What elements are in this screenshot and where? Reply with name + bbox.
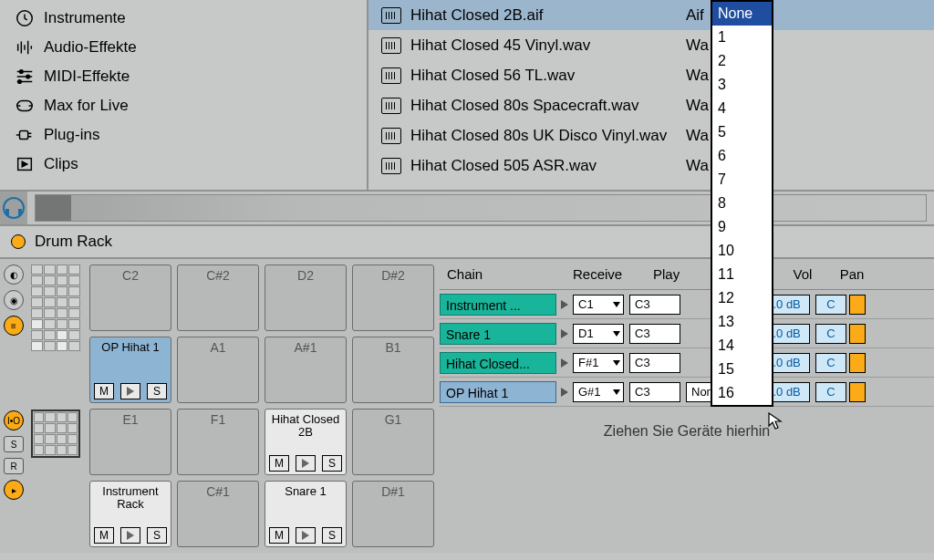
chain-expand-icon[interactable] bbox=[556, 358, 573, 368]
io-button[interactable]: I•O bbox=[4, 410, 24, 430]
choke-option[interactable]: 2 bbox=[712, 49, 772, 73]
pad-mute[interactable]: M bbox=[94, 527, 114, 544]
chain-button[interactable]: ≡ bbox=[4, 316, 24, 336]
pad-op-hihat-1[interactable]: OP Hihat 1 MS bbox=[89, 337, 171, 403]
pad-solo[interactable]: S bbox=[147, 383, 167, 399]
receive-select[interactable]: F#1 bbox=[573, 353, 624, 373]
pad-mute[interactable]: M bbox=[94, 383, 114, 399]
choke-option[interactable]: 6 bbox=[712, 144, 772, 168]
chain-name[interactable]: OP Hihat 1 bbox=[440, 381, 556, 403]
choke-option[interactable]: 14 bbox=[712, 334, 772, 358]
file-row[interactable]: Hihat Closed 505 ASR.wav Wa bbox=[368, 150, 934, 181]
pad-solo[interactable]: S bbox=[322, 455, 342, 472]
category-midi-effekte[interactable]: MIDI-Effekte bbox=[0, 62, 367, 91]
pad-as1[interactable]: A#1 bbox=[265, 337, 347, 403]
chain-speaker-icon[interactable] bbox=[849, 324, 866, 344]
pad-solo[interactable]: S bbox=[322, 527, 342, 544]
pad-snare-1[interactable]: Snare 1 MS bbox=[265, 481, 347, 547]
pad-play[interactable] bbox=[120, 383, 140, 399]
waveform-display[interactable] bbox=[35, 194, 927, 222]
choke-option[interactable]: 11 bbox=[712, 263, 772, 286]
category-audio-effekte[interactable]: Audio-Effekte bbox=[0, 33, 367, 62]
auto-button[interactable]: ▸ bbox=[4, 480, 24, 500]
pad-f1[interactable]: F1 bbox=[177, 409, 259, 475]
file-row[interactable]: Hihat Closed 80s Spacecraft.wav Wa bbox=[368, 90, 934, 120]
chain-speaker-icon[interactable] bbox=[849, 382, 866, 402]
choke-option[interactable]: None bbox=[712, 2, 772, 26]
choke-option[interactable]: 4 bbox=[712, 97, 772, 120]
category-clips[interactable]: Clips bbox=[0, 150, 367, 179]
chain-name[interactable]: Snare 1 bbox=[440, 323, 556, 345]
file-row[interactable]: Hihat Closed 45 Vinyl.wav Wa bbox=[368, 30, 934, 60]
pad-ds2[interactable]: D#2 bbox=[352, 264, 434, 331]
pad-e1[interactable]: E1 bbox=[89, 409, 171, 475]
pad-play[interactable] bbox=[296, 455, 316, 472]
choke-option[interactable]: 13 bbox=[712, 310, 772, 334]
chain-pan[interactable]: C bbox=[815, 353, 846, 373]
choke-option[interactable]: 1 bbox=[712, 26, 772, 49]
pad-c2[interactable]: C2 bbox=[89, 264, 171, 331]
chain-speaker-icon[interactable] bbox=[849, 295, 866, 315]
chain-pan[interactable]: C bbox=[815, 382, 846, 402]
play-select[interactable]: C3 bbox=[629, 382, 680, 402]
pad-a1[interactable]: A1 bbox=[177, 337, 259, 403]
device-title-bar[interactable]: Drum Rack bbox=[0, 226, 934, 259]
choke-option[interactable]: 5 bbox=[712, 120, 772, 144]
choke-option[interactable]: 10 bbox=[712, 239, 772, 263]
chain-row[interactable]: Instrument ... C1 C3 0.0 dB C bbox=[440, 290, 934, 319]
pad-cs2[interactable]: C#2 bbox=[177, 264, 259, 331]
chain-header: Chain Receive Play Vol Pan bbox=[440, 259, 934, 290]
pad-mute[interactable]: M bbox=[269, 527, 289, 544]
chain-pan[interactable]: C bbox=[815, 295, 846, 315]
pad-play[interactable] bbox=[296, 527, 316, 544]
choke-option[interactable]: 16 bbox=[712, 381, 772, 405]
macro-button[interactable]: ◐ bbox=[4, 264, 24, 285]
chain-expand-icon[interactable] bbox=[556, 300, 573, 309]
receive-select[interactable]: D1 bbox=[573, 324, 624, 344]
pad-cs1[interactable]: C#1 bbox=[177, 481, 259, 547]
chain-row[interactable]: Snare 1 D1 C3 0.0 dB C bbox=[440, 319, 934, 348]
file-row[interactable]: Hihat Closed 56 TL.wav Wa bbox=[368, 60, 934, 90]
choke-dropdown-menu[interactable]: None 1 2 3 4 5 6 7 8 9 10 11 12 13 14 15… bbox=[711, 0, 773, 407]
pad-mute[interactable]: M bbox=[269, 455, 289, 472]
chain-expand-icon[interactable] bbox=[556, 329, 573, 338]
return-button[interactable]: R bbox=[4, 458, 24, 474]
category-max-for-live[interactable]: Max for Live bbox=[0, 91, 367, 120]
preview-toggle[interactable] bbox=[0, 192, 27, 224]
chain-expand-icon[interactable] bbox=[556, 388, 573, 397]
file-row[interactable]: Hihat Closed 80s UK Disco Vinyl.wav Wa bbox=[368, 120, 934, 150]
pad-play[interactable] bbox=[120, 527, 140, 544]
choke-option[interactable]: 3 bbox=[712, 73, 772, 97]
pad-overview-window[interactable] bbox=[31, 410, 80, 458]
play-select[interactable]: C3 bbox=[629, 324, 680, 344]
pad-b1[interactable]: B1 bbox=[352, 337, 434, 403]
file-row[interactable]: Hihat Closed 2B.aif Aif bbox=[368, 0, 934, 30]
play-select[interactable]: C3 bbox=[629, 295, 680, 315]
chain-row[interactable]: OP Hihat 1 G#1 C3 None 0.0 dB C bbox=[440, 378, 934, 407]
receive-select[interactable]: G#1 bbox=[573, 382, 624, 402]
pad-solo[interactable]: S bbox=[147, 527, 167, 544]
category-plug-ins[interactable]: Plug-ins bbox=[0, 120, 367, 150]
choke-option[interactable]: 12 bbox=[712, 286, 772, 310]
choke-option[interactable]: 9 bbox=[712, 215, 772, 239]
play-select[interactable]: C3 bbox=[629, 353, 680, 373]
pad-instrument-rack[interactable]: Instrument Rack MS bbox=[89, 481, 171, 547]
pad-g1[interactable]: G1 bbox=[352, 409, 434, 475]
pad-overview[interactable] bbox=[27, 259, 84, 553]
chain-speaker-icon[interactable] bbox=[849, 353, 866, 373]
chain-name[interactable]: Hihat Closed... bbox=[440, 352, 556, 374]
send-button[interactable]: S bbox=[4, 436, 24, 452]
device-activator[interactable] bbox=[11, 234, 26, 249]
choke-option[interactable]: 15 bbox=[712, 358, 772, 381]
choke-option[interactable]: 7 bbox=[712, 168, 772, 192]
receive-select[interactable]: C1 bbox=[573, 295, 624, 315]
pad-hihat-closed-2b[interactable]: Hihat Closed 2B MS bbox=[265, 409, 347, 475]
show-button[interactable]: ◉ bbox=[4, 290, 24, 310]
choke-option[interactable]: 8 bbox=[712, 192, 772, 215]
chain-row[interactable]: Hihat Closed... F#1 C3 0.0 dB C bbox=[440, 348, 934, 378]
chain-name[interactable]: Instrument ... bbox=[440, 294, 556, 316]
pad-d2[interactable]: D2 bbox=[265, 264, 347, 331]
chain-pan[interactable]: C bbox=[815, 324, 846, 344]
category-instrumente[interactable]: Instrumente bbox=[0, 4, 367, 33]
pad-ds1[interactable]: D#1 bbox=[352, 481, 434, 547]
